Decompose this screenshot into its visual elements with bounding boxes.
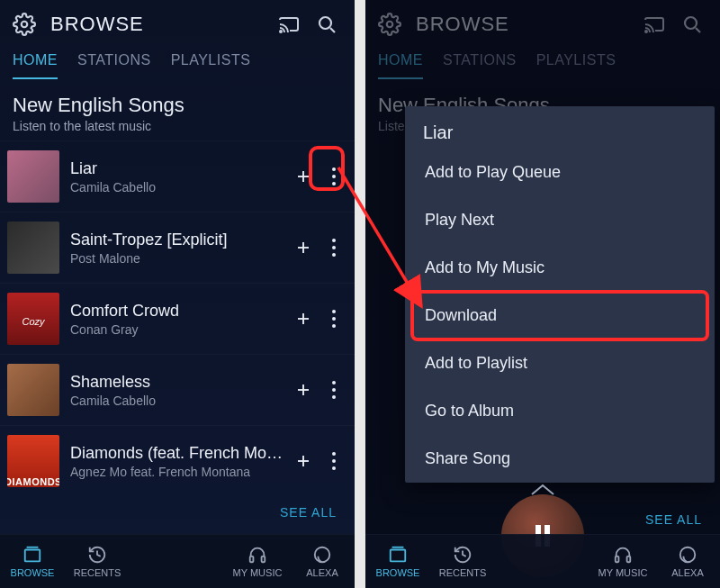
menu-item-add-mymusic[interactable]: Add to My Music xyxy=(405,244,715,292)
bottom-nav-recents[interactable]: RECENTS xyxy=(430,545,495,578)
browse-tabs: HOME STATIONS PLAYLISTS xyxy=(0,52,355,79)
phone-context-menu-screen: BROWSE HOME STATIONS PLAYLISTS New Engli… xyxy=(365,0,720,588)
tab-home[interactable]: HOME xyxy=(13,52,58,79)
svg-rect-14 xyxy=(25,550,40,562)
svg-point-2 xyxy=(320,17,331,29)
add-button[interactable] xyxy=(288,439,319,484)
song-row[interactable]: Liar Camila Cabello xyxy=(0,140,355,212)
search-icon[interactable] xyxy=(308,5,346,43)
gear-icon[interactable] xyxy=(5,5,43,43)
browse-icon xyxy=(388,545,408,565)
song-artist: Camila Cabello xyxy=(70,394,288,408)
svg-rect-16 xyxy=(250,556,254,562)
section-subtitle: Listen to the latest music xyxy=(13,119,342,133)
bottom-nav-recents[interactable]: RECENTS xyxy=(65,545,130,578)
album-art xyxy=(7,435,59,487)
song-title: Diamonds (feat. French Montana) xyxy=(70,444,288,463)
song-title: Shameless xyxy=(70,373,288,392)
more-icon xyxy=(332,167,336,185)
song-context-menu: Liar Add to Play Queue Play Next Add to … xyxy=(405,106,715,483)
bottom-nav-label: RECENTS xyxy=(74,567,122,578)
add-button[interactable] xyxy=(288,296,319,341)
bottom-nav-browse[interactable]: BROWSE xyxy=(0,545,65,578)
more-icon xyxy=(332,452,336,470)
bottom-nav-browse[interactable]: BROWSE xyxy=(365,545,430,578)
bottom-nav-alexa[interactable]: ALEXA xyxy=(655,545,720,578)
browse-icon xyxy=(22,545,42,565)
more-button[interactable] xyxy=(319,225,349,270)
see-all-link[interactable]: SEE ALL xyxy=(0,496,355,523)
song-artist: Post Malone xyxy=(70,251,288,266)
svg-point-0 xyxy=(22,22,28,28)
svg-point-1 xyxy=(280,31,282,32)
song-row[interactable]: Shameless Camila Cabello xyxy=(0,354,355,425)
svg-line-3 xyxy=(330,28,335,32)
alexa-icon xyxy=(678,545,698,565)
tab-playlists[interactable]: PLAYLISTS xyxy=(171,52,251,79)
song-artist: Agnez Mo feat. French Montana xyxy=(70,465,288,479)
more-button[interactable] xyxy=(319,154,349,199)
album-art xyxy=(7,222,59,274)
bottom-nav-label: ALEXA xyxy=(306,567,338,578)
menu-item-go-album[interactable]: Go to Album xyxy=(405,387,715,435)
song-list: Liar Camila Cabello Saint-Tropez [Explic… xyxy=(0,140,355,496)
menu-item-download[interactable]: Download xyxy=(405,292,715,339)
svg-rect-27 xyxy=(616,556,619,562)
song-title: Saint-Tropez [Explicit] xyxy=(70,231,288,249)
tab-stations[interactable]: STATIONS xyxy=(77,52,151,79)
album-art xyxy=(7,364,59,416)
song-row[interactable]: Diamonds (feat. French Montana) Agnez Mo… xyxy=(0,425,355,496)
bottom-nav-label: BROWSE xyxy=(376,567,420,578)
headphones-icon xyxy=(248,545,267,565)
alexa-icon xyxy=(312,545,332,565)
svg-rect-28 xyxy=(627,556,631,562)
svg-rect-25 xyxy=(391,550,406,562)
bottom-nav-label: MY MUSIC xyxy=(233,567,283,578)
svg-point-29 xyxy=(680,547,696,563)
bottom-nav-mymusic[interactable]: MY MUSIC xyxy=(225,545,290,578)
song-artist: Camila Cabello xyxy=(70,180,288,194)
bottom-nav-alexa[interactable]: ALEXA xyxy=(290,545,355,578)
menu-item-play-next[interactable]: Play Next xyxy=(405,196,715,244)
menu-item-add-playlist[interactable]: Add to Playlist xyxy=(405,339,715,387)
more-button[interactable] xyxy=(319,367,349,412)
menu-item-add-queue[interactable]: Add to Play Queue xyxy=(405,149,715,196)
more-icon xyxy=(332,381,336,399)
phone-browse-screen: BROWSE HOME STATIONS PLAYLISTS New Engli… xyxy=(0,0,355,588)
more-button[interactable] xyxy=(319,439,349,484)
bottom-nav: BROWSE RECENTS MY MUSIC ALEXA xyxy=(0,534,355,588)
svg-point-18 xyxy=(315,547,330,563)
headphones-icon xyxy=(613,545,633,565)
more-icon xyxy=(332,310,336,328)
bottom-nav-label: RECENTS xyxy=(439,567,487,578)
song-row[interactable]: Saint-Tropez [Explicit] Post Malone xyxy=(0,212,355,283)
history-icon xyxy=(87,545,107,565)
song-title: Comfort Crowd xyxy=(70,302,288,321)
song-row[interactable]: Comfort Crowd Conan Gray xyxy=(0,283,355,354)
add-button[interactable] xyxy=(288,225,319,270)
album-art xyxy=(7,293,59,345)
context-menu-title: Liar xyxy=(405,106,715,149)
page-title: BROWSE xyxy=(50,13,270,36)
bottom-nav-label: ALEXA xyxy=(671,567,703,578)
see-all-link[interactable]: SEE ALL xyxy=(627,503,720,530)
song-artist: Conan Gray xyxy=(70,322,288,337)
add-button[interactable] xyxy=(288,367,319,412)
bottom-nav: BROWSE RECENTS MY MUSIC ALEXA xyxy=(365,534,720,588)
song-title: Liar xyxy=(70,159,288,178)
top-bar: BROWSE xyxy=(0,0,355,49)
more-button[interactable] xyxy=(319,296,349,341)
add-button[interactable] xyxy=(288,154,319,199)
cast-icon[interactable] xyxy=(270,5,308,43)
bottom-nav-label: BROWSE xyxy=(11,567,55,578)
menu-item-share[interactable]: Share Song xyxy=(405,435,715,483)
album-art xyxy=(7,150,59,203)
history-icon xyxy=(453,545,472,565)
bottom-nav-mymusic[interactable]: MY MUSIC xyxy=(590,545,655,578)
svg-rect-17 xyxy=(262,556,266,562)
more-icon xyxy=(332,239,336,257)
menu-item-label: Download xyxy=(425,306,497,324)
section-header: New English Songs Listen to the latest m… xyxy=(0,79,355,140)
section-title: New English Songs xyxy=(13,94,342,117)
bottom-nav-label: MY MUSIC xyxy=(598,567,648,578)
